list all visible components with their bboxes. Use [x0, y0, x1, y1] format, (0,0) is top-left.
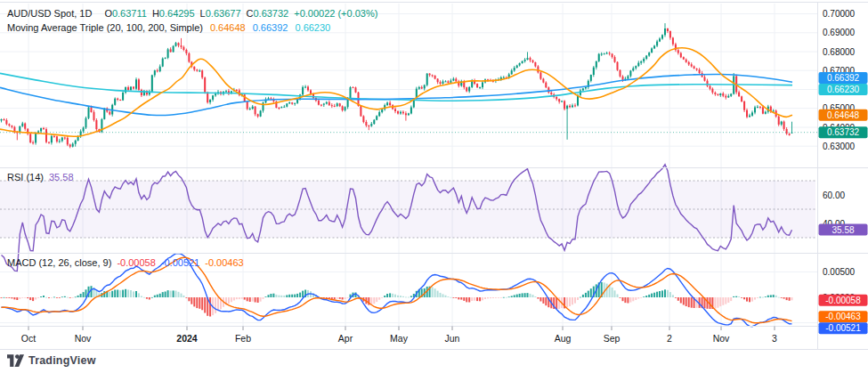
candle-body[interactable]	[741, 96, 742, 101]
candle-body[interactable]	[185, 50, 187, 53]
candle-body[interactable]	[455, 79, 457, 82]
candle-body[interactable]	[247, 101, 248, 109]
candle-body[interactable]	[329, 102, 330, 105]
candle-body[interactable]	[514, 68, 515, 70]
candle-body[interactable]	[402, 112, 404, 114]
candle-body[interactable]	[447, 81, 449, 83]
candle-body[interactable]	[93, 112, 95, 120]
candle-body[interactable]	[334, 106, 336, 107]
macd-label[interactable]: MACD (12, 26, close, 9)	[7, 257, 111, 268]
candle-body[interactable]	[516, 66, 518, 69]
candle-body[interactable]	[122, 93, 124, 101]
candle-body[interactable]	[622, 77, 624, 80]
candle-body[interactable]	[331, 105, 333, 106]
candle-body[interactable]	[609, 53, 611, 54]
candle-body[interactable]	[574, 105, 576, 106]
candle-body[interactable]	[635, 66, 637, 69]
candle-body[interactable]	[252, 107, 254, 109]
candle-body[interactable]	[418, 87, 420, 89]
candle-body[interactable]	[138, 79, 140, 90]
candle-body[interactable]	[653, 45, 655, 48]
candle-body[interactable]	[558, 99, 560, 101]
candle-body[interactable]	[337, 103, 338, 106]
candle-body[interactable]	[288, 102, 290, 103]
candle-body[interactable]	[590, 75, 592, 81]
candle-body[interactable]	[157, 70, 158, 71]
candle-body[interactable]	[781, 122, 783, 125]
candle-body[interactable]	[283, 107, 285, 108]
candle-body[interactable]	[466, 87, 467, 91]
candle-body[interactable]	[175, 43, 177, 46]
candle-body[interactable]	[125, 87, 126, 93]
candle-body[interactable]	[410, 108, 412, 114]
candle-body[interactable]	[539, 72, 541, 78]
candle-body[interactable]	[40, 128, 42, 132]
candle-body[interactable]	[35, 134, 37, 143]
time-axis[interactable]: OctNov2024FebAprMayJunAugSep2Nov3	[21, 327, 777, 345]
candle-body[interactable]	[629, 70, 631, 76]
candle-body[interactable]	[236, 90, 238, 91]
candle-body[interactable]	[593, 68, 595, 75]
candle-body[interactable]	[302, 87, 304, 94]
candle-body[interactable]	[434, 76, 436, 79]
candle-body[interactable]	[51, 136, 53, 142]
candle-body[interactable]	[193, 67, 195, 69]
candle-body[interactable]	[11, 126, 12, 127]
candle-body[interactable]	[43, 128, 45, 129]
candle-body[interactable]	[614, 57, 616, 62]
candle-body[interactable]	[604, 53, 605, 54]
candle-body[interactable]	[725, 96, 726, 98]
candle-body[interactable]	[170, 49, 172, 52]
candle-body[interactable]	[548, 87, 549, 93]
symbol-title[interactable]: AUD/USD Spot, 1D	[7, 8, 92, 19]
candle-body[interactable]	[249, 109, 251, 109]
candle-body[interactable]	[596, 61, 597, 68]
candle-body[interactable]	[199, 70, 200, 71]
candle-body[interactable]	[429, 74, 431, 76]
candle-body[interactable]	[5, 120, 7, 124]
candle-body[interactable]	[612, 54, 613, 58]
candle-body[interactable]	[704, 77, 706, 81]
candle-body[interactable]	[440, 82, 442, 84]
candle-body[interactable]	[738, 93, 740, 97]
candle-body[interactable]	[421, 87, 423, 89]
candle-body[interactable]	[260, 110, 262, 116]
candle-body[interactable]	[637, 63, 639, 67]
candle-body[interactable]	[339, 103, 341, 106]
candle-body[interactable]	[141, 90, 142, 95]
candle-body[interactable]	[643, 59, 645, 61]
candle-body[interactable]	[598, 54, 600, 61]
candle-body[interactable]	[651, 48, 653, 53]
candle-body[interactable]	[294, 103, 296, 104]
price-axis[interactable]: 0.700000.690000.680000.670000.660000.650…	[819, 9, 868, 334]
candle-body[interactable]	[323, 104, 325, 105]
candle-body[interactable]	[188, 53, 190, 62]
candle-body[interactable]	[606, 53, 608, 54]
candle-body[interactable]	[786, 129, 788, 134]
candle-body[interactable]	[656, 42, 658, 46]
candle-body[interactable]	[730, 94, 732, 96]
candle-body[interactable]	[719, 93, 721, 95]
candle-body[interactable]	[53, 136, 55, 137]
candle-body[interactable]	[397, 111, 399, 114]
candle-body[interactable]	[394, 109, 396, 111]
candle-body[interactable]	[432, 75, 434, 76]
candle-body[interactable]	[376, 116, 377, 119]
candle-body[interactable]	[751, 112, 753, 115]
candle-body[interactable]	[556, 97, 557, 99]
candle-body[interactable]	[130, 87, 132, 91]
candle-body[interactable]	[133, 87, 134, 89]
candle-body[interactable]	[196, 69, 198, 70]
candle-body[interactable]	[56, 136, 58, 142]
candle-body[interactable]	[680, 53, 682, 58]
attribution[interactable]: TradingView	[7, 353, 96, 367]
candle-body[interactable]	[85, 118, 87, 128]
candle-body[interactable]	[255, 107, 256, 115]
candle-body[interactable]	[64, 138, 66, 139]
candle-body[interactable]	[530, 58, 531, 61]
candle-body[interactable]	[437, 79, 439, 83]
candle-body[interactable]	[424, 85, 426, 89]
candle-body[interactable]	[688, 62, 690, 65]
candle-body[interactable]	[286, 103, 288, 106]
candle-body[interactable]	[783, 122, 785, 129]
